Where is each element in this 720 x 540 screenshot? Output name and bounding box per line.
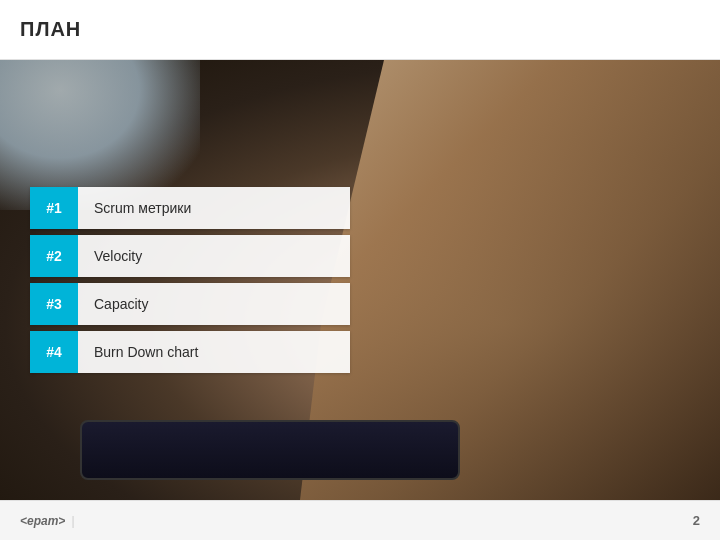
footer-divider: | [71,514,74,528]
menu-number-4: #4 [30,331,78,373]
epam-logo: <epam> [20,514,65,528]
menu-label-3: Capacity [78,283,350,325]
page-number: 2 [693,513,700,528]
menu-item-3[interactable]: #3Capacity [30,283,350,325]
menu-number-3: #3 [30,283,78,325]
menu-item-2[interactable]: #2Velocity [30,235,350,277]
menu-number-1: #1 [30,187,78,229]
menu-item-4[interactable]: #4Burn Down chart [30,331,350,373]
content-area: #1Scrum метрики#2Velocity#3Capacity#4Bur… [0,60,720,500]
footer: <epam> | 2 [0,500,720,540]
header: ПЛАН [0,0,720,60]
menu-item-1[interactable]: #1Scrum метрики [30,187,350,229]
menu-label-2: Velocity [78,235,350,277]
menu-label-4: Burn Down chart [78,331,350,373]
menu-list: #1Scrum метрики#2Velocity#3Capacity#4Bur… [30,187,350,373]
menu-number-2: #2 [30,235,78,277]
footer-logo: <epam> | [20,514,75,528]
page-title: ПЛАН [20,18,81,41]
menu-label-1: Scrum метрики [78,187,350,229]
